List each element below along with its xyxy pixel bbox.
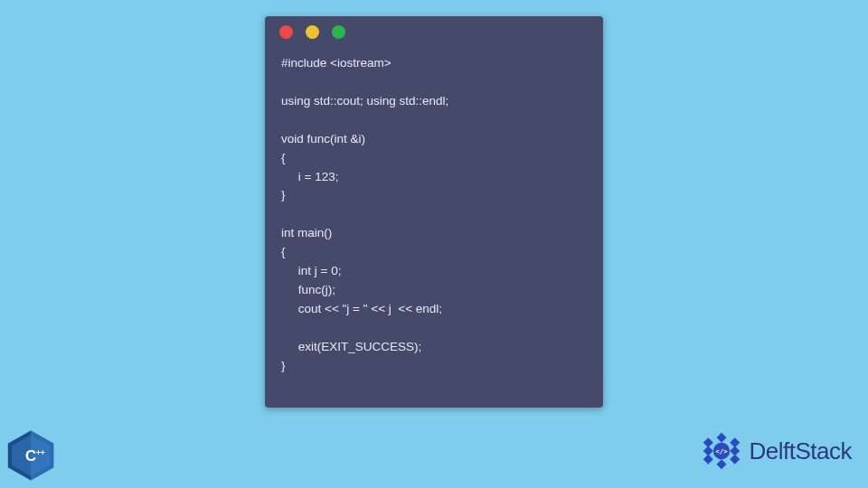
window-titlebar bbox=[265, 16, 603, 47]
cpp-logo-icon: C ++ bbox=[4, 428, 58, 483]
brand-logo: </> DelftStack bbox=[701, 430, 853, 472]
maximize-icon bbox=[332, 25, 345, 39]
svg-marker-9 bbox=[716, 459, 726, 469]
svg-text:</>: </> bbox=[715, 447, 728, 455]
code-content: #include <iostream> using std::cout; usi… bbox=[265, 47, 603, 390]
code-window: #include <iostream> using std::cout; usi… bbox=[265, 16, 603, 408]
brand-name: DelftStack bbox=[750, 437, 853, 465]
delftstack-icon: </> bbox=[701, 430, 742, 472]
svg-text:++: ++ bbox=[36, 448, 45, 457]
close-icon bbox=[279, 25, 293, 39]
minimize-icon bbox=[306, 25, 319, 39]
svg-marker-12 bbox=[703, 437, 712, 447]
svg-text:C: C bbox=[25, 447, 36, 465]
svg-marker-8 bbox=[730, 455, 740, 465]
svg-marker-5 bbox=[716, 433, 726, 443]
